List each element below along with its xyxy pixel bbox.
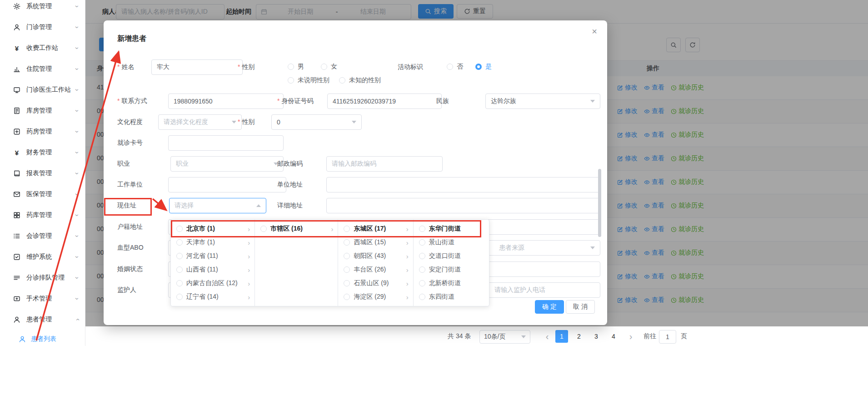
cascader-option[interactable]: 交道口街道 (414, 249, 489, 263)
name-input[interactable]: 牢大 (151, 59, 243, 75)
cascader-option[interactable]: 丰台区 (26) › (338, 263, 413, 276)
sidebar-item-9[interactable]: 医保管理 › (0, 184, 85, 205)
gender-radio-unknown[interactable]: 未知的性别 (339, 73, 381, 88)
close-icon[interactable]: × (589, 26, 600, 37)
cascader-option[interactable]: 景山街道 (414, 236, 489, 249)
chevron-right-icon: › (248, 225, 250, 233)
radio-icon (176, 266, 183, 273)
cascader-option[interactable]: 朝阳区 (43) › (338, 249, 413, 263)
user-icon (18, 335, 26, 343)
chevron-down-icon: › (74, 110, 81, 112)
chevron-down-icon: › (74, 298, 81, 300)
occupation-select[interactable]: 职业 (170, 156, 284, 172)
surgery-icon (13, 295, 21, 303)
cascader-option[interactable]: 北京市 (1) › (171, 222, 254, 236)
page-list: 1234 (555, 330, 620, 343)
current-address-cascader[interactable]: 请选择 (169, 198, 266, 213)
active-flag-radio-no[interactable]: 否 (447, 59, 463, 74)
sidebar-item-7[interactable]: ¥ 财务管理 › (0, 142, 85, 163)
cascader-option[interactable]: 市辖区 (16) › (255, 222, 338, 236)
chevron-right-icon: › (406, 225, 409, 233)
occupation-label: 职业 (117, 156, 130, 171)
radio-icon (176, 226, 183, 232)
visit-card-input[interactable] (168, 135, 284, 151)
cascader-option[interactable]: 辽宁省 (14) › (171, 290, 254, 304)
gender-radio-unstated[interactable]: 未说明性别 (288, 73, 329, 88)
sidebar: 系统管理 › 门诊管理 › ¥ 收费工作站 › 住院管理 › 门诊医生工作站 ›… (0, 0, 85, 346)
goto-label: 前往 (644, 332, 656, 340)
confirm-button[interactable]: 确 定 (535, 300, 564, 314)
sidebar-item-0[interactable]: 系统管理 › (0, 0, 85, 17)
postal-code-input[interactable]: 请输入邮政编码 (326, 156, 443, 172)
radio-icon (419, 239, 425, 246)
cascader-option[interactable]: 海淀区 (29) › (338, 290, 413, 304)
id-number-input[interactable]: 411625192602039719 (327, 94, 442, 109)
goto-suffix: 页 (681, 332, 687, 340)
sidebar-item-10[interactable]: 药库管理 › (0, 205, 85, 226)
sidebar-item-8[interactable]: 报表管理 › (0, 163, 85, 184)
cascader-option[interactable]: 西城区 (15) › (338, 236, 413, 249)
sidebar-item-2[interactable]: ¥ 收费工作站 › (0, 38, 85, 59)
chevron-down-icon: › (74, 235, 81, 237)
cascader-option[interactable]: 天津市 (1) › (171, 236, 254, 249)
cascader-option[interactable]: 内蒙古自治区 (12) › (171, 276, 254, 290)
ethnicity-select[interactable]: 达斡尔族 (485, 94, 600, 109)
next-page-button[interactable]: › (624, 330, 637, 343)
page-size-select[interactable]: 10条/页 (479, 330, 530, 344)
cascader-option[interactable]: 东四街道 (414, 290, 489, 304)
chevron-right-icon: › (406, 252, 409, 260)
page-button-1[interactable]: 1 (555, 330, 568, 343)
chevron-down-icon: › (74, 131, 81, 133)
cascader-option[interactable]: 安定门街道 (414, 263, 489, 276)
radio-icon (176, 280, 183, 286)
cascader-option[interactable]: 北新桥街道 (414, 276, 489, 290)
education-select[interactable]: 请选择文化程度 (158, 114, 242, 130)
goto-page-input[interactable]: 1 (659, 330, 676, 344)
yen-icon: ¥ (13, 148, 21, 157)
work-unit-input[interactable] (168, 177, 286, 192)
chevron-right-icon: › (406, 293, 409, 301)
modal-scrollbar[interactable] (598, 169, 601, 237)
cascader-column-1: 市辖区 (16) › (255, 220, 338, 306)
cascader-option[interactable]: 山西省 (11) › (171, 263, 254, 276)
contact-input[interactable]: 19880991650 (168, 94, 284, 109)
prev-page-button[interactable]: ‹ (541, 330, 554, 343)
current-address-label: 现住址 (117, 198, 136, 212)
page-button-3[interactable]: 3 (590, 330, 603, 343)
sidebar-item-15[interactable]: 患者管理 › (0, 309, 85, 330)
page-button-4[interactable]: 4 (607, 330, 620, 343)
sidebar-item-4[interactable]: 门诊医生工作站 › (0, 79, 85, 100)
cascader-option[interactable]: 东华门街道 (414, 222, 489, 236)
detail-address-input[interactable] (326, 198, 600, 213)
radio-icon (288, 64, 294, 70)
user-icon (13, 23, 21, 31)
sidebar-item-11[interactable]: 会诊管理 › (0, 226, 85, 246)
mail-icon (13, 190, 21, 198)
radio-checked-icon (475, 64, 482, 70)
sidebar-menu: 系统管理 › 门诊管理 › ¥ 收费工作站 › 住院管理 › 门诊医生工作站 ›… (0, 0, 85, 346)
unit-address-input[interactable] (326, 177, 600, 192)
active-flag-label: 活动标识 (398, 59, 423, 74)
grid-icon (13, 253, 21, 261)
gender-radio-female[interactable]: 女 (321, 59, 337, 74)
sidebar-item-14[interactable]: 手术管理 › (0, 288, 85, 309)
active-flag-radio-yes[interactable]: 是 (475, 59, 492, 74)
gender-radio-male[interactable]: 男 (288, 59, 304, 74)
sidebar-item-12[interactable]: 维护系统 › (0, 246, 85, 267)
cancel-button[interactable]: 取 消 (566, 300, 595, 314)
cascader-option[interactable]: 东城区 (17) › (338, 222, 413, 236)
chevron-down-icon: › (74, 214, 81, 217)
sidebar-item-13[interactable]: 分诊排队管理 › (0, 267, 85, 288)
chevron-right-icon: › (248, 266, 250, 274)
sidebar-subitem-patient-list[interactable]: 患者列表 (0, 330, 85, 346)
cascader-option[interactable]: 河北省 (11) › (171, 249, 254, 263)
sidebar-item-6[interactable]: 药房管理 › (0, 121, 85, 142)
cascader-option[interactable]: 石景山区 (9) › (338, 276, 413, 290)
radio-icon (176, 253, 183, 259)
sidebar-item-1[interactable]: 门诊管理 › (0, 17, 85, 38)
visit-card-label: 就诊卡号 (117, 135, 143, 150)
gender-code-select[interactable]: 0 (271, 114, 362, 130)
sidebar-item-3[interactable]: 住院管理 › (0, 59, 85, 79)
page-button-2[interactable]: 2 (573, 330, 585, 343)
sidebar-item-5[interactable]: 库房管理 › (0, 100, 85, 121)
